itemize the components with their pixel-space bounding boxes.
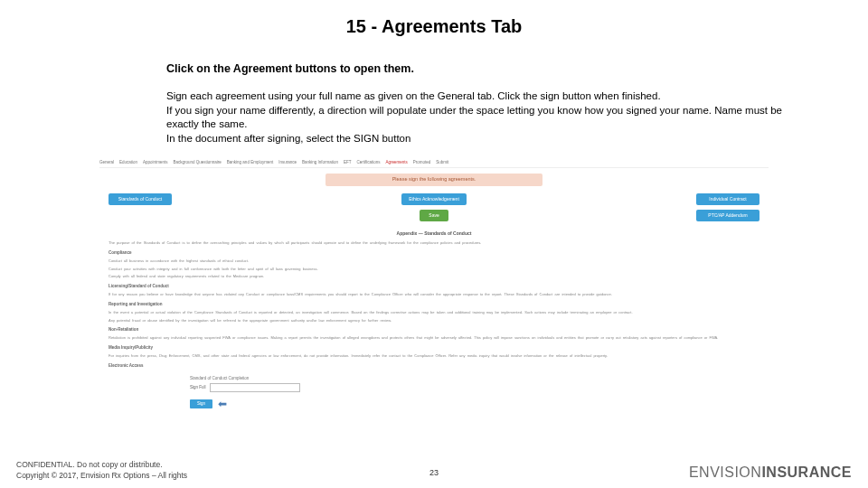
tab-eft[interactable]: EFT (344, 160, 352, 165)
signature-label: Standard of Conduct Completion (190, 376, 389, 381)
ptcap-addendum-button[interactable]: PTC/AP Addendum (696, 210, 760, 221)
section-media: Media Inquiry/Publicity (108, 345, 760, 351)
section-nonretaliation: Non-Retaliation (108, 327, 760, 333)
document-preview: Appendix — Standards of Conduct The purp… (99, 230, 769, 411)
body-text: Sign each agreement using your full name… (166, 89, 799, 145)
tab-insurance[interactable]: Insurance (278, 160, 297, 165)
standards-of-conduct-button[interactable]: Standards of Conduct (108, 193, 172, 205)
tab-general[interactable]: General (99, 160, 114, 165)
main-content: Click on the Agreement buttons to open t… (166, 62, 799, 145)
body-line-2: If you sign your name differently, a dir… (166, 104, 799, 132)
signature-input[interactable] (210, 383, 300, 392)
section-reporting: Reporting and Investigation (108, 302, 760, 307)
body-line-1: Sign each agreement using your full name… (166, 89, 799, 104)
tab-agreements[interactable]: Agreements (385, 160, 407, 165)
document-intro: The purpose of the Standards of Conduct … (108, 240, 760, 246)
tab-education[interactable]: Education (119, 160, 137, 165)
ethics-ack-button[interactable]: Ethics Acknowledgement (401, 193, 467, 205)
agreement-buttons-row: Standards of Conduct Ethics Acknowledgem… (99, 193, 769, 221)
copyright-text: Copyright © 2017, Envision Rx Options – … (16, 471, 187, 481)
section-electronic: Electronic Access (108, 363, 760, 369)
sign-button[interactable]: Sign (190, 399, 212, 408)
tab-banking-info[interactable]: Banking Information (302, 160, 338, 165)
sign-banner: Please sign the following agreements. (326, 174, 542, 186)
tab-promoted[interactable]: Promoted (413, 160, 431, 165)
sign-prompt: Sign Full (190, 385, 206, 390)
confidential-text: CONFIDENTIAL. Do not copy or distribute. (16, 460, 187, 470)
subtitle: Click on the Agreement buttons to open t… (166, 62, 799, 75)
body-line-3: In the document after signing, select th… (166, 132, 799, 146)
arrow-left-icon: ⬅ (218, 397, 227, 412)
section-licensing: Licensing/Standard of Conduct (108, 284, 760, 289)
page-number: 23 (429, 468, 439, 477)
brand-part-b: INSURANCE (761, 465, 852, 480)
tab-submit[interactable]: Submit (436, 160, 448, 165)
brand-logo: ENVISIONINSURANCE (689, 465, 852, 481)
individual-contract-button[interactable]: Individual Contract (696, 193, 760, 205)
signature-area: Standard of Conduct Completion Sign Full… (190, 376, 389, 411)
save-button[interactable]: Save (420, 210, 448, 221)
document-title: Appendix — Standards of Conduct (108, 230, 760, 237)
tab-banking-emp[interactable]: Banking and Employment (227, 160, 273, 165)
tab-appointments[interactable]: Appointments (143, 160, 168, 165)
slide-title: 15 - Agreements Tab (0, 16, 868, 37)
tab-bar: General Education Appointments Backgroun… (99, 158, 769, 168)
section-compliance: Compliance (108, 250, 760, 256)
brand-part-a: ENVISION (689, 465, 761, 480)
tab-cert[interactable]: Certifications (356, 160, 380, 165)
embedded-screenshot: General Education Appointments Backgroun… (99, 158, 769, 411)
footer-left: CONFIDENTIAL. Do not copy or distribute.… (16, 460, 187, 481)
tab-background[interactable]: Background Questionnaire (174, 160, 222, 165)
footer: CONFIDENTIAL. Do not copy or distribute.… (0, 460, 868, 481)
